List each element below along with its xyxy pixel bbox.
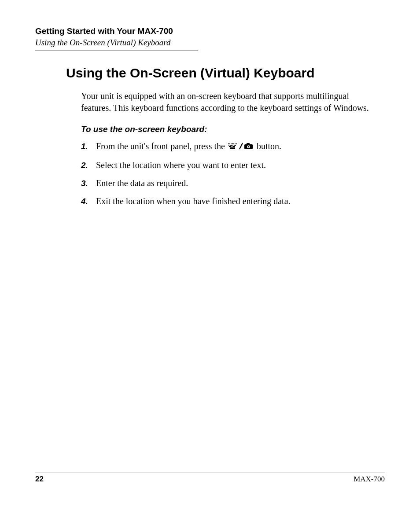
- step-number: 3.: [81, 178, 96, 189]
- svg-rect-1: [229, 143, 230, 144]
- running-head-chapter: Getting Started with Your MAX-700: [35, 26, 385, 36]
- step-4: 4. Exit the location when you have finis…: [81, 195, 372, 207]
- keyboard-camera-button-icon: [228, 141, 254, 153]
- page-footer: 22 MAX-700: [35, 473, 385, 484]
- svg-rect-6: [236, 143, 237, 144]
- svg-rect-0: [228, 143, 229, 144]
- svg-rect-14: [230, 146, 231, 147]
- svg-rect-7: [228, 145, 229, 146]
- step-3: 3. Enter the data as required.: [81, 177, 372, 189]
- step-text: From the unit's front panel, press the: [96, 140, 372, 153]
- step-1-after: button.: [257, 141, 281, 151]
- step-text: Enter the data as required.: [96, 177, 372, 189]
- svg-rect-16: [233, 146, 234, 147]
- intro-paragraph: Your unit is equipped with an on-screen …: [81, 90, 372, 114]
- svg-rect-13: [229, 146, 230, 147]
- procedure-heading: To use the on-screen keyboard:: [81, 125, 372, 134]
- footer-rule: [35, 473, 385, 473]
- svg-rect-4: [233, 143, 234, 144]
- running-head-section: Using the On-Screen (Virtual) Keyboard: [35, 38, 385, 48]
- svg-rect-10: [232, 145, 233, 146]
- svg-rect-21: [247, 143, 250, 145]
- svg-rect-11: [234, 145, 235, 146]
- svg-rect-17: [234, 146, 235, 147]
- step-number: 2.: [81, 160, 96, 171]
- svg-point-23: [248, 146, 249, 147]
- main-content: Using the On-Screen (Virtual) Keyboard Y…: [66, 66, 372, 207]
- header-rule: [35, 50, 198, 51]
- svg-rect-3: [232, 143, 233, 144]
- step-number: 4.: [81, 196, 96, 207]
- svg-rect-9: [231, 145, 232, 146]
- page-number: 22: [35, 475, 44, 484]
- footer-model: MAX-700: [354, 475, 385, 484]
- svg-rect-8: [230, 145, 231, 146]
- step-2: 2. Select the location where you want to…: [81, 159, 372, 171]
- svg-rect-5: [235, 143, 236, 144]
- svg-rect-12: [235, 145, 236, 146]
- page-title: Using the On-Screen (Virtual) Keyboard: [66, 66, 372, 81]
- svg-rect-2: [231, 143, 232, 144]
- svg-rect-18: [230, 147, 235, 149]
- step-1: 1. From the unit's front panel, press th…: [81, 140, 372, 153]
- svg-line-19: [239, 143, 243, 149]
- procedure-steps: 1. From the unit's front panel, press th…: [81, 140, 372, 207]
- svg-rect-15: [232, 146, 232, 147]
- step-text: Exit the location when you have finished…: [96, 195, 372, 207]
- step-1-before: From the unit's front panel, press the: [96, 141, 227, 151]
- step-text: Select the location where you want to en…: [96, 159, 372, 171]
- step-number: 1.: [81, 141, 96, 152]
- page: Getting Started with Your MAX-700 Using …: [0, 0, 420, 510]
